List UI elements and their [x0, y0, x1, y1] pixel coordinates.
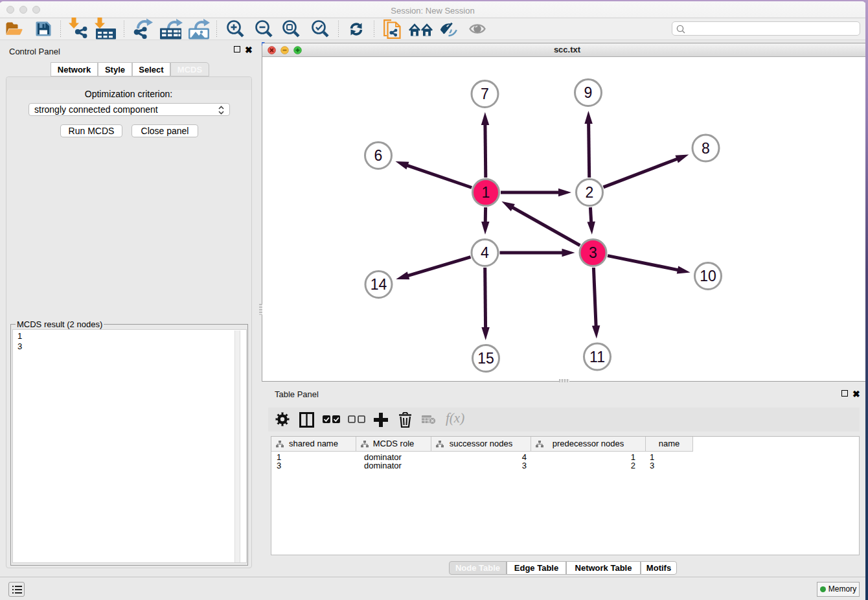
- svg-text:10: 10: [700, 268, 716, 284]
- svg-text:4: 4: [481, 244, 489, 261]
- svg-text:3: 3: [589, 244, 597, 261]
- svg-text:8: 8: [702, 140, 710, 157]
- svg-text:14: 14: [371, 276, 387, 293]
- svg-text:2: 2: [586, 184, 594, 201]
- svg-text:15: 15: [477, 350, 494, 367]
- svg-text:11: 11: [589, 349, 605, 365]
- svg-text:9: 9: [584, 84, 593, 101]
- svg-text:1: 1: [482, 184, 490, 201]
- svg-text:7: 7: [481, 86, 489, 102]
- svg-text:6: 6: [374, 147, 383, 164]
